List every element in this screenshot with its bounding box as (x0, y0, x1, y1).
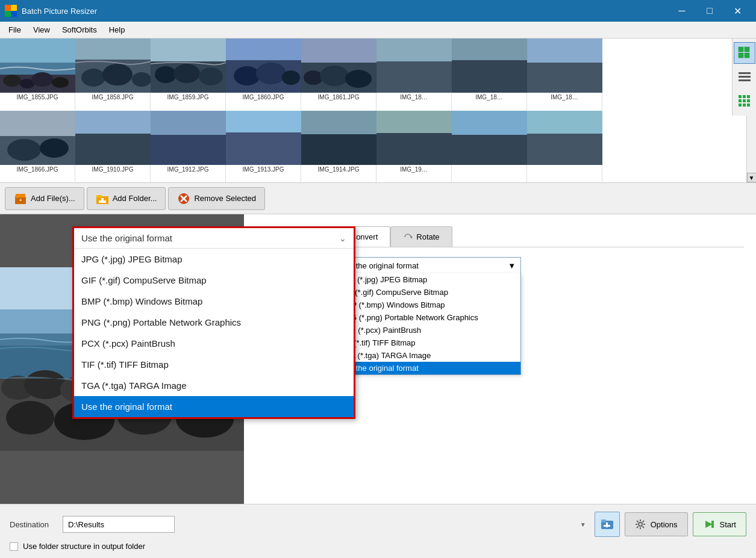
thumbnail-item[interactable]: IMG_1859.JPG (151, 39, 226, 111)
tab-rotate[interactable]: Rotate (390, 226, 452, 247)
remove-selected-button[interactable]: Remove Selected (168, 187, 265, 210)
thumbnail-item[interactable]: IMG_1861.JPG (301, 39, 376, 111)
format-option-tga[interactable]: TGA (*.tga) TARGA Image (335, 349, 520, 362)
svg-point-17 (132, 72, 151, 87)
thumbnail-item[interactable]: IMG_1914.JPG (301, 111, 376, 183)
svg-rect-74 (745, 53, 749, 58)
svg-rect-79 (743, 95, 746, 98)
bottom-bar: Destination ▼ (0, 504, 756, 558)
thumbnail-item[interactable]: IMG_1858.JPG (75, 39, 151, 111)
svg-rect-75 (739, 72, 751, 74)
svg-rect-92 (96, 195, 102, 197)
folder-structure-label: Use folder structure in output folder (23, 542, 145, 551)
svg-rect-72 (745, 47, 749, 52)
format-option-pcx[interactable]: PCX (*.pcx) PaintBrush (335, 324, 520, 336)
svg-rect-57 (226, 111, 301, 132)
big-list-item-png[interactable]: PNG (*.png) Portable Network Graphics (74, 312, 354, 333)
svg-point-111 (6, 401, 54, 435)
svg-point-34 (320, 66, 349, 86)
big-dropdown-header[interactable]: Use the original format ⌄ (74, 228, 354, 249)
options-button[interactable]: Options (625, 512, 688, 536)
thumbnail-item[interactable]: IMG_18… (452, 39, 527, 111)
svg-point-16 (102, 64, 133, 85)
gear-icon (635, 519, 646, 530)
thumb-label: IMG_1855.JPG (17, 93, 58, 102)
svg-rect-78 (739, 95, 742, 98)
start-button[interactable]: Start (693, 512, 746, 536)
svg-rect-81 (739, 99, 742, 102)
destination-input[interactable] (63, 516, 175, 533)
format-option-original[interactable]: Use the original format (335, 362, 520, 374)
format-option-tif[interactable]: TIF (*.tif) TIFF Bitmap (335, 336, 520, 349)
thumb-label: IMG_1910.JPG (92, 165, 134, 174)
svg-rect-13 (75, 39, 151, 60)
add-folder-button[interactable]: Add Folder... (87, 187, 166, 210)
svg-rect-76 (739, 76, 751, 78)
svg-rect-2 (5, 11, 11, 17)
svg-point-8 (3, 75, 21, 87)
scroll-down-arrow[interactable]: ▼ (747, 173, 757, 182)
svg-rect-61 (301, 134, 376, 165)
browse-destination-button[interactable] (595, 512, 620, 537)
thumb-label: IMG_18… (475, 93, 503, 102)
thumbnail-item[interactable]: IMG_1866.JPG (0, 111, 75, 183)
thumbnail-item[interactable]: IMG_18… (376, 39, 452, 111)
svg-line-132 (637, 527, 639, 529)
view-grid-button[interactable] (734, 90, 755, 112)
thumbnail-item[interactable] (527, 111, 602, 183)
add-files-button[interactable]: + Add File(s)... (5, 187, 84, 210)
big-list-item-tif[interactable]: TIF (*.tif) TIFF Bitmap (74, 354, 354, 375)
format-option-gif[interactable]: GIF (*.gif) CompuServe Bitmap (335, 286, 520, 299)
menu-view[interactable]: View (27, 23, 56, 37)
format-option-bmp[interactable]: BMP (*.bmp) Windows Bitmap (335, 299, 520, 311)
view-thumbnails-button[interactable] (734, 42, 755, 64)
big-list-item-tga[interactable]: TGA (*.tga) TARGA Image (74, 375, 354, 396)
menu-softorbits[interactable]: SoftOrbits (56, 23, 103, 37)
svg-point-104 (24, 370, 66, 399)
thumbnail-item[interactable]: IMG_1912.JPG (151, 111, 226, 183)
thumbnail-item[interactable]: IMG_1913.JPG (226, 111, 301, 183)
thumb-label: IMG_1858.JPG (92, 93, 134, 102)
big-list-item-pcx[interactable]: PCX (*.pcx) PaintBrush (74, 333, 354, 354)
thumbnail-item[interactable]: IMG_19… (376, 111, 452, 183)
maximize-button[interactable]: □ (696, 0, 723, 22)
thumbnail-item[interactable]: IMG_18… (527, 39, 602, 111)
big-list-item-original[interactable]: Use the original format (74, 396, 354, 417)
thumb-label: IMG_1859.JPG (167, 93, 209, 102)
big-list-item-bmp[interactable]: BMP (*.bmp) Windows Bitmap (74, 291, 354, 312)
menu-help[interactable]: Help (103, 23, 131, 37)
svg-rect-67 (452, 135, 527, 165)
big-list-item-jpg[interactable]: JPG (*.jpg) JPEG Bitmap (74, 249, 354, 270)
thumbnail-item[interactable]: IMG_1860.JPG (226, 39, 301, 111)
close-button[interactable]: ✕ (723, 0, 751, 22)
menu-file[interactable]: File (2, 23, 27, 37)
minimize-button[interactable]: ─ (668, 0, 696, 22)
svg-rect-73 (739, 53, 743, 58)
folder-structure-checkbox[interactable] (10, 542, 18, 551)
thumbnail-item[interactable]: IMG_1910.JPG (75, 111, 151, 183)
thumbnail-item[interactable] (452, 111, 527, 183)
destination-input-container: ▼ (63, 516, 590, 533)
svg-rect-69 (527, 111, 602, 134)
thumbnail-item[interactable]: IMG_1855.JPG (0, 39, 75, 111)
svg-rect-5 (0, 39, 75, 63)
format-option-jpg[interactable]: JPG (*.jpg) JPEG Bitmap (335, 273, 520, 286)
svg-rect-44 (527, 63, 602, 93)
thumb-label: IMG_1914.JPG (318, 165, 360, 174)
thumb-label: IMG_1861.JPG (318, 93, 360, 102)
format-control: Use the original format ▼ JPG (*.jpg) JP… (334, 257, 744, 274)
format-dropdown-trigger[interactable]: Use the original format ▼ (334, 257, 521, 274)
format-option-png[interactable]: PNG (*.png) Portable Network Graphics (335, 311, 520, 324)
svg-rect-123 (604, 525, 610, 527)
svg-point-48 (7, 139, 41, 161)
view-list-button[interactable] (734, 66, 755, 88)
app-title: Batch Picture Resizer (22, 7, 668, 16)
svg-line-130 (642, 527, 644, 529)
svg-point-15 (81, 69, 105, 87)
folder-structure-row: Use folder structure in output folder (10, 542, 746, 551)
add-folder-icon (96, 192, 109, 205)
svg-marker-119 (411, 235, 413, 239)
big-list-item-gif[interactable]: GIF (*.gif) CompuServe Bitmap (74, 270, 354, 291)
start-label: Start (720, 520, 736, 529)
main-content: IMG_1855.JPG (0, 39, 756, 558)
